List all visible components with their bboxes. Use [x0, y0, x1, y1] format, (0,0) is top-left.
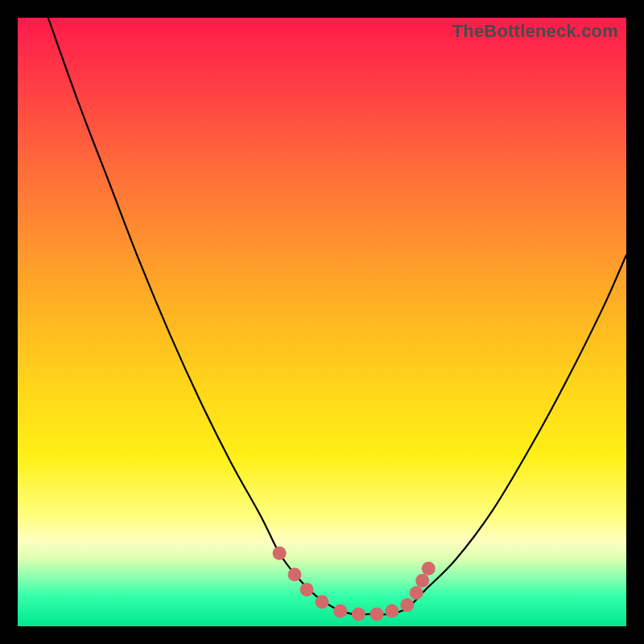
curve-marker — [273, 547, 287, 560]
chart-plot-area: TheBottleneck.com — [18, 18, 626, 626]
curve-marker — [333, 605, 347, 618]
curve-marker — [288, 568, 302, 581]
curve-marker — [415, 574, 429, 588]
chart-svg — [18, 18, 626, 626]
bottleneck-curve — [48, 18, 626, 614]
curve-marker — [400, 598, 414, 612]
curve-marker — [300, 583, 314, 597]
curve-markers — [273, 547, 436, 621]
curve-marker — [422, 562, 436, 576]
curve-marker — [370, 607, 384, 621]
curve-marker — [352, 607, 365, 621]
curve-marker — [316, 595, 329, 609]
curve-marker — [385, 605, 398, 618]
curve-marker — [410, 586, 423, 600]
